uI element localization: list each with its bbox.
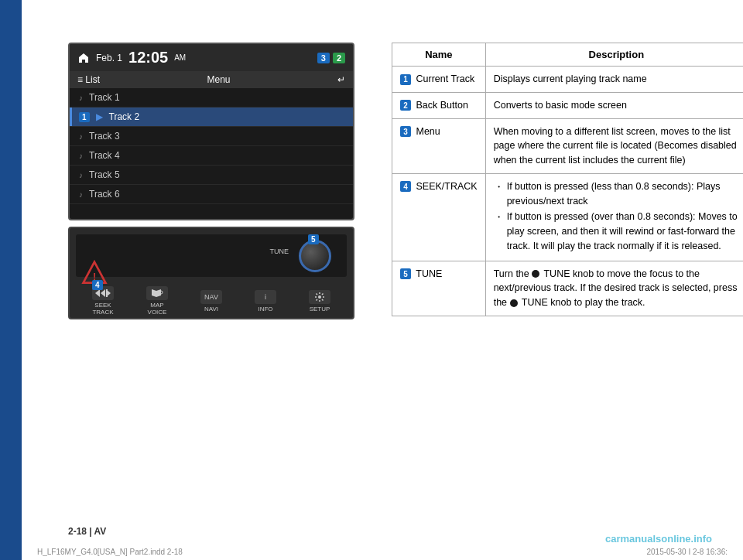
table-row: 2 Back Button Converts to basic mode scr…: [392, 92, 744, 118]
seek-track-label-table: SEEK/TRACK: [416, 181, 477, 192]
hardware-inner: TUNE FILE: [76, 234, 347, 277]
badge-num-5: 5: [400, 268, 411, 279]
left-sidebar: [0, 0, 22, 560]
badge-2: 2: [333, 53, 345, 63]
row-1-name: 1 Current Track: [392, 67, 486, 93]
badge-num-4: 4: [400, 181, 411, 192]
music-icon: ♪: [79, 152, 83, 160]
track-name: Track 4: [89, 150, 120, 161]
menu-label-table: Menu: [416, 126, 440, 137]
seek-track-container: 4 SEEKTRACK: [92, 286, 114, 316]
navi-icon: NAV: [200, 290, 222, 304]
home-icon: [77, 52, 90, 64]
row-2-desc: Converts to basic mode screen: [485, 92, 743, 118]
row-3-desc: When moving to a different list screen, …: [485, 118, 743, 173]
navi-label: NAVI: [204, 306, 218, 312]
track-name: Track 5: [89, 169, 120, 180]
bullet-text-2: If button is pressed (over than 0.8 seco…: [507, 210, 739, 253]
menu-label: Menu: [207, 74, 230, 85]
play-icon: ▶: [96, 111, 103, 122]
track-item: ♪ Track 3: [70, 127, 353, 146]
badge-num-1: 1: [400, 74, 411, 85]
badge-num-3: 3: [400, 126, 411, 137]
track-name: Track 6: [89, 189, 120, 200]
music-icon: ♪: [79, 94, 83, 102]
track-item: ♪ Track 5: [70, 166, 353, 185]
hardware-buttons: 4 SEEKTRACK: [70, 283, 353, 319]
seek-track-button[interactable]: SEEKTRACK: [92, 286, 114, 316]
screen-ampm: AM: [174, 53, 186, 62]
badge-3: 3: [317, 53, 330, 63]
table-row: 4 SEEK/TRACK ・ If button is pressed (les…: [392, 173, 744, 261]
current-track-label: Current Track: [416, 73, 474, 84]
screen-date: Feb. 1: [96, 53, 122, 63]
music-icon: ♪: [79, 190, 83, 199]
bullet-text-1: If button is pressed (less than 0.8 seco…: [507, 179, 739, 209]
row-4-name: 4 SEEK/TRACK: [392, 173, 486, 261]
track-item: ♪ Track 6: [70, 185, 353, 204]
row-2-name: 2 Back Button: [392, 92, 486, 118]
svg-marker-2: [95, 289, 100, 297]
badge-1-overlay: 1: [79, 112, 90, 122]
main-content: Feb. 1 12:05 AM 3 2 ≡ List Menu ↵ ♪: [22, 0, 743, 560]
music-icon: ♪: [79, 132, 83, 141]
map-voice-icon: [146, 286, 168, 300]
setup-label: SETUP: [310, 306, 330, 312]
table-row: 3 Menu When moving to a different list s…: [392, 118, 744, 173]
svg-marker-3: [101, 289, 105, 297]
bullet-item-1: ・ If button is pressed (less than 0.8 se…: [494, 179, 739, 209]
info-button[interactable]: i INFO: [255, 290, 276, 312]
seek-track-label: SEEKTRACK: [92, 302, 113, 316]
screen-subheader: ≡ List Menu ↵: [70, 71, 353, 88]
right-table: Name Description 1 Current Track Display…: [392, 43, 743, 316]
badge-num-2: 2: [400, 100, 411, 111]
row-1-desc: Displays current playing track name: [485, 67, 743, 93]
back-arrow-icon: ↵: [337, 74, 345, 85]
tune-circle-icon: [532, 270, 539, 278]
file-label: FILE: [353, 255, 354, 262]
music-icon: ♪: [79, 171, 83, 179]
table-row: 5 TUNE Turn the TUNE knob to move the fo…: [392, 261, 744, 316]
track-name: Track 3: [89, 131, 120, 142]
row-5-name: 5 TUNE: [392, 261, 486, 316]
svg-point-7: [318, 295, 321, 299]
setup-button[interactable]: SETUP: [309, 290, 330, 312]
date-info: 2015-05-30 I 2-8 16:36:: [646, 548, 728, 556]
row-3-name: 3 Menu: [392, 118, 486, 173]
car-screen: Feb. 1 12:05 AM 3 2 ≡ List Menu ↵ ♪: [68, 43, 354, 220]
ui-screenshot: Feb. 1 12:05 AM 3 2 ≡ List Menu ↵ ♪: [68, 43, 354, 329]
track-list: ♪ Track 1 1 ▶ Track 2 ♪ Track 3 ♪ Track: [70, 88, 353, 204]
car-hardware: ! TUNE FILE 5 4: [68, 227, 354, 319]
screen-header: Feb. 1 12:05 AM 3 2: [70, 44, 353, 71]
footer-label: 2-18 | AV: [68, 526, 106, 537]
back-button-label: Back Button: [416, 100, 467, 111]
svg-marker-5: [106, 289, 111, 297]
table-row: 1 Current Track Displays current playing…: [392, 67, 744, 93]
list-label: ≡ List: [77, 74, 100, 85]
badge-5: 5: [308, 234, 319, 244]
col-description-header: Description: [485, 43, 743, 67]
track-item: ♪ Track 1: [70, 88, 353, 108]
track-name-active: Track 2: [109, 111, 140, 122]
track-item: ♪ Track 4: [70, 146, 353, 166]
col-name-header: Name: [392, 43, 486, 67]
description-table: Name Description 1 Current Track Display…: [392, 43, 743, 316]
map-voice-label: MAP VOICE: [148, 302, 167, 316]
setup-icon: [309, 290, 330, 304]
track-name: Track 1: [89, 92, 120, 103]
track-item-active: 1 ▶ Track 2: [70, 108, 353, 127]
tune-circle-icon-2: [510, 299, 518, 307]
screen-time: 12:05: [128, 49, 168, 67]
bullet-dot: ・: [494, 210, 504, 225]
map-voice-button[interactable]: MAP VOICE: [146, 286, 168, 316]
bullet-item-2: ・ If button is pressed (over than 0.8 se…: [494, 210, 739, 253]
info-icon: i: [255, 290, 276, 304]
tune-label: TUNE: [270, 248, 289, 255]
screen-header-right: 3 2: [317, 53, 345, 63]
screen-header-left: Feb. 1 12:05 AM: [77, 49, 186, 67]
row-5-desc: Turn the TUNE knob to move the focus to …: [485, 261, 743, 316]
info-label: INFO: [258, 306, 272, 312]
row-4-desc: ・ If button is pressed (less than 0.8 se…: [485, 173, 743, 261]
file-info: H_LF16MY_G4.0[USA_N] Part2.indd 2-18: [37, 548, 183, 556]
navi-button[interactable]: NAV NAVI: [200, 290, 222, 312]
